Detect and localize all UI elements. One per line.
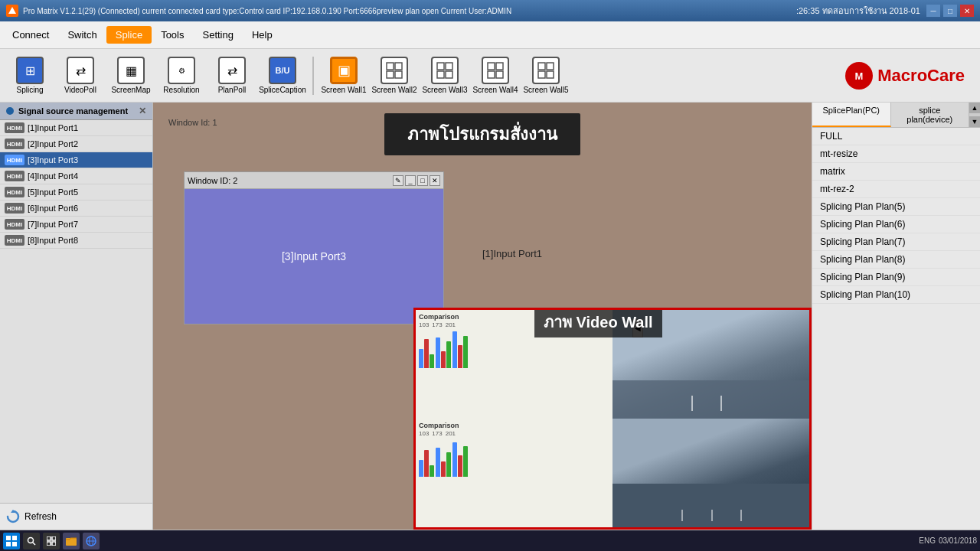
plan-item-9[interactable]: Splicing Plan Plan(9) xyxy=(812,269,980,286)
input-port1-label: [1]Input Port1 xyxy=(482,248,542,259)
svg-rect-5 xyxy=(437,63,444,70)
window2-edit-button[interactable]: ✎ xyxy=(393,175,403,186)
window2-minimize-button[interactable]: _ xyxy=(405,175,416,186)
input-label-5: [5]Input Port5 xyxy=(28,187,78,197)
screenwall3-icon xyxy=(431,57,459,84)
tab-splice-plan-pc[interactable]: SplicePlan(PC) xyxy=(812,103,891,127)
resolution-icon: ⚙ xyxy=(168,57,195,84)
screenwall4-button[interactable]: Screen Wall4 xyxy=(472,53,519,99)
input-item-8[interactable]: HDMI [8]Input Port8 xyxy=(0,233,152,249)
window2-text: [3]Input Port3 xyxy=(282,250,346,262)
scroll-down-arrow[interactable]: ▼ xyxy=(969,116,980,127)
bar-group4 xyxy=(419,450,434,477)
sidebar-close-button[interactable]: ✕ xyxy=(139,106,146,116)
menu-tools[interactable]: Tools xyxy=(152,26,193,44)
svg-rect-23 xyxy=(12,542,17,546)
screenwall1-button[interactable]: ▣ Screen Wall1 xyxy=(320,53,368,99)
menu-splice[interactable]: Splice xyxy=(106,26,152,44)
plan-item-mt-rez-2[interactable]: mt-rez-2 xyxy=(812,181,980,198)
videopoll-button[interactable]: ⇄ VideoPoll xyxy=(57,53,104,99)
browser-button[interactable] xyxy=(83,533,100,549)
input-label-3: [3]Input Port3 xyxy=(28,155,78,165)
titlebar-controls: ─ □ ✕ xyxy=(926,5,974,17)
hdmi-icon-7: HDMI xyxy=(5,219,24,230)
video-wall-grid: Comparison 103 173 201 xyxy=(416,310,809,527)
input-label-2: [2]Input Port2 xyxy=(28,139,78,148)
svg-rect-6 xyxy=(446,63,452,70)
search-taskbar-button[interactable] xyxy=(23,533,40,549)
screenwall2-button[interactable]: Screen Wall2 xyxy=(371,53,418,99)
menu-connect[interactable]: Connect xyxy=(3,26,58,44)
refresh-button[interactable]: Refresh xyxy=(0,503,152,530)
window2-close-button[interactable]: ✕ xyxy=(430,175,440,186)
file-explorer-button[interactable] xyxy=(63,533,80,549)
minimize-button[interactable]: ─ xyxy=(926,5,940,17)
input-item-4[interactable]: HDMI [4]Input Port4 xyxy=(0,168,152,184)
maximize-button[interactable]: □ xyxy=(943,5,957,17)
start-button[interactable] xyxy=(3,533,20,549)
chart2-label2: 201 xyxy=(446,430,456,437)
hdmi-icon-6: HDMI xyxy=(5,203,24,214)
screenwall5-button[interactable]: Screen Wall5 xyxy=(522,53,570,99)
banner-text: ภาพโปรแกรมสั่งงาน xyxy=(407,125,557,144)
system-tray: ENG 03/01/2018 xyxy=(919,536,977,545)
right-panel: SplicePlan(PC) splice plan(device) ▲ ▼ F… xyxy=(812,103,980,530)
splicing-label: Splicing xyxy=(16,86,43,94)
svg-rect-8 xyxy=(446,71,452,78)
planpoll-button[interactable]: ⇄ PlanPoll xyxy=(208,53,256,99)
menu-help[interactable]: Help xyxy=(243,26,282,44)
close-button[interactable]: ✕ xyxy=(960,5,974,17)
plan-item-7[interactable]: Splicing Plan Plan(7) xyxy=(812,233,980,251)
menubar: Connect Switch Splice Tools Setting Help xyxy=(0,21,980,49)
road-sim2 xyxy=(612,419,809,527)
window2-content: [3]Input Port3 xyxy=(185,189,443,324)
hdmi-icon-5: HDMI xyxy=(5,187,24,197)
chart2-label0: 103 xyxy=(419,430,429,437)
window2-restore-button[interactable]: □ xyxy=(417,175,428,186)
scroll-up-arrow[interactable]: ▲ xyxy=(969,103,980,113)
bar-group1 xyxy=(419,339,434,368)
input-item-2[interactable]: HDMI [2]Input Port2 xyxy=(0,136,152,152)
plan-item-mt-resize[interactable]: mt-resize xyxy=(812,145,980,163)
plan-item-full[interactable]: FULL xyxy=(812,128,980,145)
svg-rect-7 xyxy=(437,71,444,78)
input-item-1[interactable]: HDMI [1]Input Port1 xyxy=(0,120,152,136)
window2-titlebar: Window ID: 2 ✎ _ □ ✕ xyxy=(185,172,443,189)
menu-switch[interactable]: Switch xyxy=(58,26,106,44)
input-item-5[interactable]: HDMI [5]Input Port5 xyxy=(0,184,152,201)
splicing-button[interactable]: ⊞ Splicing xyxy=(6,53,54,99)
hdmi-icon-2: HDMI xyxy=(5,139,24,149)
plan-item-5[interactable]: Splicing Plan Plan(5) xyxy=(812,198,980,216)
resolution-label: Resolution xyxy=(163,86,199,94)
screenwall3-button[interactable]: Screen Wall3 xyxy=(421,53,469,99)
input-item-6[interactable]: HDMI [6]Input Port6 xyxy=(0,201,152,217)
bar-group3 xyxy=(452,331,468,368)
hdmi-icon-1: HDMI xyxy=(5,122,24,133)
input-item-7[interactable]: HDMI [7]Input Port7 xyxy=(0,217,152,233)
tab-splice-plan-device[interactable]: splice plan(device) xyxy=(891,103,970,127)
hdmi-icon-4: HDMI xyxy=(5,171,24,181)
sidebar-header: Signal source management ✕ xyxy=(0,103,152,120)
splicecaption-button[interactable]: B/U SpliceCaption xyxy=(259,53,306,99)
input-item-3[interactable]: HDMI [3]Input Port3 xyxy=(0,152,152,168)
screenmap-button[interactable]: ▦ ScreenMap xyxy=(107,53,155,99)
resolution-button[interactable]: ⚙ Resolution xyxy=(158,53,205,99)
input-label-1: [1]Input Port1 xyxy=(28,123,78,132)
planpoll-label: PlanPoll xyxy=(218,86,247,94)
input-label-7: [7]Input Port7 xyxy=(28,220,78,229)
svg-rect-28 xyxy=(47,542,51,546)
svg-rect-12 xyxy=(496,71,503,78)
menu-setting[interactable]: Setting xyxy=(194,26,243,44)
plan-item-matrix[interactable]: matrix xyxy=(812,163,980,181)
svg-rect-26 xyxy=(47,536,51,540)
window2[interactable]: Window ID: 2 ✎ _ □ ✕ [3]Input Port3 xyxy=(184,171,444,324)
app-icon xyxy=(6,5,18,17)
plan-item-8[interactable]: Splicing Plan Plan(8) xyxy=(812,251,980,269)
task-view-button[interactable] xyxy=(43,533,60,549)
splicecaption-icon: B/U xyxy=(269,57,296,84)
plan-item-6[interactable]: Splicing Plan Plan(6) xyxy=(812,216,980,233)
svg-rect-13 xyxy=(538,63,545,70)
bar-group5 xyxy=(436,448,451,477)
chart1-label1: 173 xyxy=(432,321,442,328)
plan-item-10[interactable]: Splicing Plan Plan(10) xyxy=(812,286,980,304)
